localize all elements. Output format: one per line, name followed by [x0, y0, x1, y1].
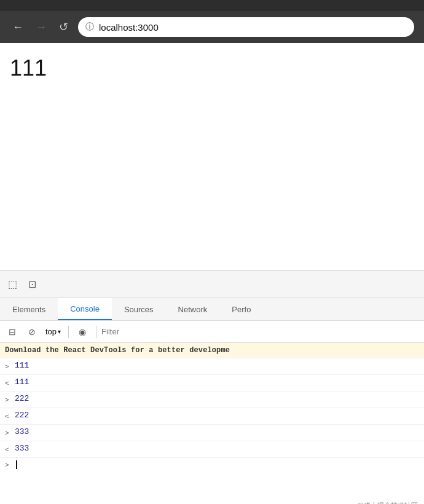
- browser-chrome: [0, 0, 424, 11]
- refresh-button[interactable]: ↺: [57, 18, 71, 36]
- arrow-left-icon: <: [5, 411, 14, 422]
- arrow-right-icon: >: [5, 395, 14, 406]
- console-input-line[interactable]: >: [0, 458, 424, 471]
- back-button[interactable]: ←: [10, 18, 26, 36]
- console-value: 222: [15, 393, 29, 404]
- device-toolbar-button[interactable]: ⊡: [22, 275, 42, 294]
- tab-console[interactable]: Console: [58, 298, 112, 320]
- console-log-row: > 222: [0, 392, 424, 408]
- clear-console-button[interactable]: ⊘: [23, 323, 41, 341]
- toolbar-divider: [68, 326, 69, 338]
- context-dropdown[interactable]: top ▾: [43, 326, 63, 337]
- browser-nav: ← → ↺ ⓘ localhost:3000: [0, 11, 424, 43]
- console-return-row: < 333: [0, 441, 424, 458]
- tab-sources[interactable]: Sources: [112, 298, 166, 320]
- inspect-element-button[interactable]: ⬚: [2, 275, 22, 294]
- filter-input[interactable]: [101, 327, 420, 336]
- console-log-row: > 111: [0, 358, 424, 375]
- address-text: localhost:3000: [99, 22, 159, 33]
- chevron-down-icon: ▾: [58, 328, 61, 335]
- forward-button[interactable]: →: [33, 18, 49, 36]
- address-bar[interactable]: ⓘ localhost:3000: [78, 17, 414, 37]
- console-return-row: < 111: [0, 375, 424, 392]
- console-log-row: > 333: [0, 425, 424, 441]
- console-value: 111: [15, 377, 29, 388]
- page-number: 111: [10, 55, 414, 81]
- devtools-tabs: Elements Console Sources Network Perfo: [0, 298, 424, 321]
- arrow-left-icon: <: [5, 378, 14, 389]
- eye-icon[interactable]: ◉: [74, 323, 91, 341]
- console-cursor: [16, 460, 21, 469]
- tab-network[interactable]: Network: [166, 298, 220, 320]
- page-content: 111: [0, 43, 424, 270]
- context-label: top: [45, 327, 57, 336]
- console-value: 111: [15, 360, 29, 371]
- devtools-toolbar: ⬚ ⊡: [0, 271, 424, 298]
- console-value: 333: [15, 443, 29, 454]
- watermark: @稀土掘金技术社区: [357, 501, 418, 504]
- sidebar-toggle-button[interactable]: ⊟: [4, 323, 21, 341]
- devtools-panel: ⬚ ⊡ Elements Console Sources Network Per…: [0, 270, 424, 504]
- console-value: 222: [15, 410, 29, 421]
- tab-elements[interactable]: Elements: [0, 298, 58, 320]
- console-toolbar: ⊟ ⊘ top ▾ ◉: [0, 321, 424, 343]
- arrow-right-icon: >: [5, 428, 14, 439]
- console-return-row: < 222: [0, 408, 424, 425]
- arrow-right-icon: >: [5, 361, 14, 372]
- prompt-arrow: >: [5, 462, 14, 469]
- console-messages: Download the React DevTools for a better…: [0, 343, 424, 504]
- tab-perfo[interactable]: Perfo: [219, 298, 263, 320]
- console-value: 333: [15, 427, 29, 438]
- info-icon: ⓘ: [85, 22, 94, 33]
- info-text: Download the React DevTools for a better…: [5, 345, 230, 356]
- arrow-left-icon: <: [5, 444, 14, 455]
- toolbar-divider-2: [96, 326, 96, 338]
- info-message: Download the React DevTools for a better…: [0, 343, 424, 358]
